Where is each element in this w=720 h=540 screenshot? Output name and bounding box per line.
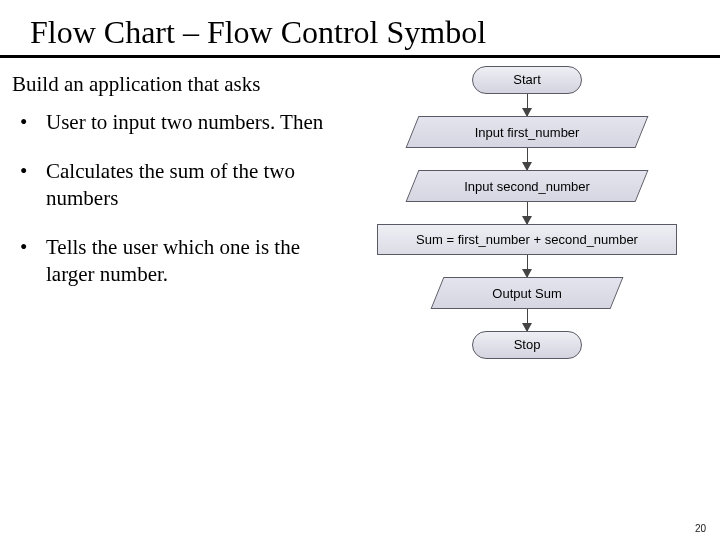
flow-arrow-icon (527, 255, 528, 277)
flow-start-terminator: Start (472, 66, 582, 94)
description-column: Build an application that asks User to i… (12, 66, 346, 359)
prompt-text: Build an application that asks (12, 72, 340, 97)
flow-output-sum: Output Sum (437, 277, 617, 309)
list-item: Tells the user which one is the larger n… (12, 234, 340, 288)
flow-label: Input second_number (412, 170, 642, 202)
flow-arrow-icon (527, 94, 528, 116)
list-item: Calculates the sum of the two numbers (12, 158, 340, 212)
bullet-list: User to input two numbers. Then Calculat… (12, 109, 340, 287)
flow-input-second: Input second_number (412, 170, 642, 202)
flow-process-sum: Sum = first_number + second_number (377, 224, 677, 255)
flow-arrow-icon (527, 309, 528, 331)
page-title: Flow Chart – Flow Control Symbol (0, 0, 720, 55)
page-number: 20 (695, 523, 706, 534)
flow-label: Input first_number (412, 116, 642, 148)
content-area: Build an application that asks User to i… (0, 58, 720, 359)
flow-arrow-icon (527, 148, 528, 170)
flow-label: Output Sum (437, 277, 617, 309)
flowchart-column: Start Input first_number Input second_nu… (346, 66, 708, 359)
list-item: User to input two numbers. Then (12, 109, 340, 136)
flow-arrow-icon (527, 202, 528, 224)
flow-stop-terminator: Stop (472, 331, 582, 359)
flow-input-first: Input first_number (412, 116, 642, 148)
